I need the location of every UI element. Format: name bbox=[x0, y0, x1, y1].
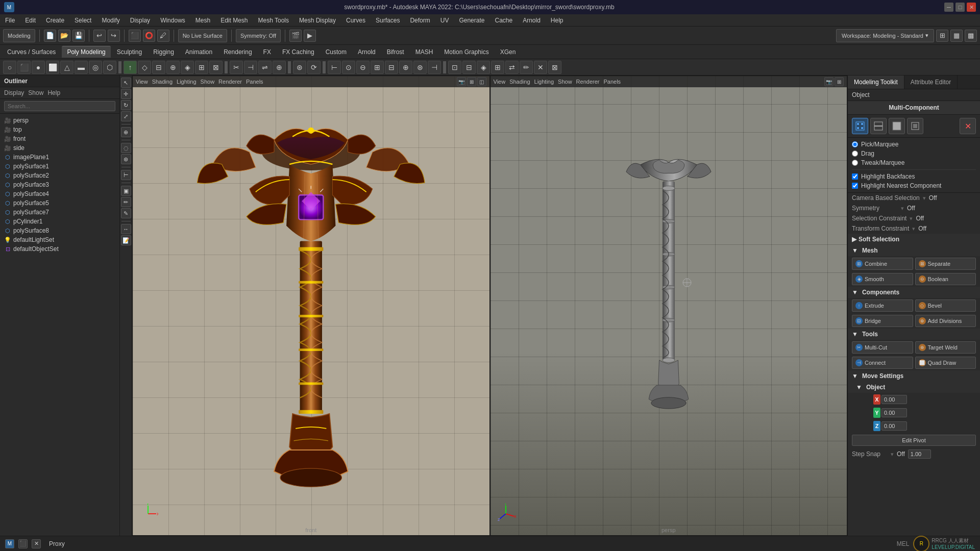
highlight-backfaces-checkbox[interactable] bbox=[852, 173, 858, 180]
outliner-item-persp[interactable]: 🎥persp bbox=[0, 116, 119, 125]
extrude-button[interactable]: ↑ Extrude bbox=[852, 299, 913, 312]
menu-modify[interactable]: Modify bbox=[100, 16, 121, 25]
menu-windows[interactable]: Windows bbox=[158, 16, 187, 25]
fill-hole-icon[interactable]: ⊕ bbox=[166, 61, 180, 74]
menu-create[interactable]: Create bbox=[44, 16, 66, 25]
snap-icon[interactable]: ⊙ bbox=[342, 61, 355, 74]
multi-cut-button[interactable]: ✂ Multi-Cut bbox=[852, 341, 913, 354]
vp-lighting-menu[interactable]: Lighting bbox=[177, 79, 197, 85]
tab-curves-/-surfaces[interactable]: Curves / Surfaces bbox=[2, 46, 61, 58]
menu-help[interactable]: Help bbox=[549, 16, 566, 25]
select-icon[interactable]: ⬛ bbox=[129, 30, 141, 42]
tab-attribute-editor[interactable]: Attribute Editor bbox=[904, 76, 958, 89]
mesh-section-header[interactable]: ▼ Mesh bbox=[848, 245, 980, 256]
vp-wireframe-icon[interactable]: ◫ bbox=[477, 77, 486, 86]
tab-xgen[interactable]: XGen bbox=[495, 46, 521, 58]
separate-button[interactable]: ⊠ Separate bbox=[915, 258, 976, 270]
smooth-icon[interactable]: ◈ bbox=[181, 61, 194, 74]
outliner-item-polySurface4[interactable]: ⬡polySurface4 bbox=[0, 189, 119, 198]
attr-icon[interactable]: ⊡ bbox=[448, 61, 461, 74]
outliner-tab-help[interactable]: Help bbox=[47, 89, 60, 96]
show-manip[interactable]: ⊢ bbox=[121, 170, 131, 180]
combine-button[interactable]: ⊞ Combine bbox=[852, 258, 913, 270]
tab-fx[interactable]: FX bbox=[258, 46, 276, 58]
move-tool[interactable]: ✛ bbox=[121, 89, 131, 99]
joint-icon[interactable]: ⊛ bbox=[413, 61, 427, 74]
boolean2-icon[interactable]: ⊖ bbox=[356, 61, 370, 74]
tab-poly-modeling[interactable]: Poly Modeling bbox=[62, 46, 110, 58]
menu-arnold[interactable]: Arnold bbox=[521, 16, 543, 25]
connect-button[interactable]: ⊣ Connect bbox=[852, 357, 913, 369]
select-tool[interactable]: ↖ bbox=[121, 78, 131, 88]
uv-icon[interactable]: ⊞ bbox=[491, 61, 504, 74]
paint2-icon[interactable]: ✏ bbox=[520, 61, 533, 74]
wrap-icon[interactable]: ⊟ bbox=[385, 61, 398, 74]
outliner-item-polySurface5[interactable]: ⬡polySurface5 bbox=[0, 198, 119, 208]
outliner-item-imagePlane1[interactable]: ⬡imagePlane1 bbox=[0, 153, 119, 162]
tab-motion-graphics[interactable]: Motion Graphics bbox=[439, 46, 494, 58]
close-button[interactable]: ✕ bbox=[967, 3, 976, 12]
hypershade-icon[interactable]: ◈ bbox=[477, 61, 490, 74]
face-icon[interactable] bbox=[889, 118, 905, 134]
bridge-button[interactable]: ⊟ Bridge bbox=[852, 315, 913, 327]
vp2-shading-menu[interactable]: Shading bbox=[509, 79, 530, 85]
minimize-button[interactable]: ─ bbox=[944, 3, 953, 12]
viewport-persp[interactable]: View Shading Lighting Show Renderer Pane… bbox=[490, 76, 848, 536]
status-maya-icon[interactable]: M bbox=[5, 539, 14, 548]
weld-icon[interactable]: ⊕ bbox=[273, 61, 286, 74]
outliner-item-defaultObjectSet[interactable]: ⊡defaultObjectSet bbox=[0, 244, 119, 254]
layout2-icon[interactable]: ▦ bbox=[950, 30, 963, 42]
outliner-item-defaultLightSet[interactable]: 💡defaultLightSet bbox=[0, 235, 119, 244]
ik-icon[interactable]: ⊣ bbox=[428, 61, 441, 74]
vp2-grid-icon[interactable]: ⊞ bbox=[835, 77, 844, 86]
highlight-nearest-check[interactable]: Highlight Nearest Component bbox=[848, 181, 980, 190]
vp-camera-icon[interactable]: 📷 bbox=[457, 77, 466, 86]
menu-display[interactable]: Display bbox=[128, 16, 152, 25]
coord-z-input[interactable] bbox=[881, 421, 907, 431]
cube-icon[interactable]: ⬛ bbox=[17, 61, 31, 74]
add-divisions-button[interactable]: ⊕ Add Divisions bbox=[915, 315, 976, 327]
create-annotation[interactable]: 📝 bbox=[121, 235, 131, 245]
measure-tool[interactable]: ↔ bbox=[121, 224, 131, 234]
cut-icon[interactable]: ✂ bbox=[230, 61, 243, 74]
insert-icon[interactable]: ⊣ bbox=[244, 61, 257, 74]
constraint-icon[interactable]: ⊢ bbox=[328, 61, 341, 74]
menu-curves[interactable]: Curves bbox=[344, 16, 368, 25]
pick-marquee-radio[interactable] bbox=[852, 141, 858, 147]
no-live-surface-btn[interactable]: No Live Surface bbox=[178, 29, 227, 42]
disk-icon[interactable]: ⬡ bbox=[103, 61, 116, 74]
soft-mod-tool[interactable]: ◌ bbox=[121, 143, 131, 153]
outliner-item-polySurface7[interactable]: ⬡polySurface7 bbox=[0, 208, 119, 217]
tweak-marquee-check[interactable]: Tweak/Marquee bbox=[848, 158, 980, 167]
menu-uv[interactable]: UV bbox=[438, 16, 451, 25]
uvmap-icon[interactable] bbox=[907, 118, 923, 134]
outliner-item-polySurface2[interactable]: ⬡polySurface2 bbox=[0, 171, 119, 180]
transform-constraint-arrow[interactable]: ▾ bbox=[912, 226, 915, 232]
transfer-icon[interactable]: ⇄ bbox=[505, 61, 519, 74]
tools-section-header[interactable]: ▼ Tools bbox=[848, 329, 980, 340]
tab-rendering[interactable]: Rendering bbox=[218, 46, 257, 58]
maximize-button[interactable]: □ bbox=[955, 3, 965, 12]
menu-select[interactable]: Select bbox=[72, 16, 93, 25]
cone-icon[interactable]: △ bbox=[60, 61, 74, 74]
coord-x-input[interactable] bbox=[881, 395, 907, 404]
tab-arnold[interactable]: Arnold bbox=[353, 46, 381, 58]
highlight-nearest-checkbox[interactable] bbox=[852, 183, 858, 189]
delete2-icon[interactable]: ⊠ bbox=[548, 61, 561, 74]
object-tab[interactable]: Object bbox=[852, 91, 870, 98]
sphere-icon[interactable]: ● bbox=[32, 61, 45, 74]
tab-rigging[interactable]: Rigging bbox=[148, 46, 179, 58]
pick-marquee-check[interactable]: Pick/Marquee bbox=[848, 140, 980, 149]
workspace-dropdown[interactable]: Workspace: Modeling - Standard ▾ bbox=[836, 29, 934, 42]
tab-animation[interactable]: Animation bbox=[180, 46, 217, 58]
menu-surfaces[interactable]: Surfaces bbox=[374, 16, 402, 25]
status-expand-icon[interactable]: ⬛ bbox=[18, 539, 28, 548]
outliner-tab-show[interactable]: Show bbox=[28, 89, 43, 96]
save-file-icon[interactable]: 💾 bbox=[72, 30, 85, 42]
rotate-tool[interactable]: ↻ bbox=[121, 100, 131, 110]
bevel-icon[interactable]: ◇ bbox=[138, 61, 151, 74]
selection-constraint-arrow[interactable]: ▾ bbox=[910, 215, 913, 222]
paint-icon[interactable]: 🖊 bbox=[157, 30, 169, 42]
move-settings-header[interactable]: ▼ Move Settings bbox=[848, 370, 980, 382]
vp2-camera-icon[interactable]: 📷 bbox=[824, 77, 834, 86]
